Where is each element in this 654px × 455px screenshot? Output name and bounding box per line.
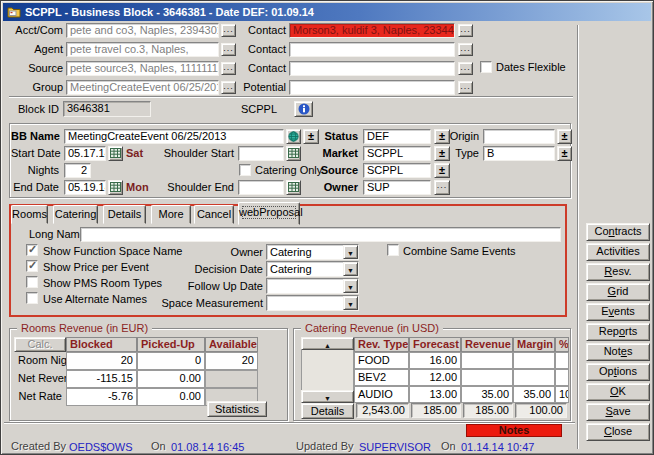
tab-rooms[interactable]: Rooms — [11, 205, 48, 224]
shoulder-start-field[interactable] — [238, 146, 284, 161]
details-button[interactable]: Details — [301, 403, 354, 419]
cat-row-percent — [555, 352, 569, 369]
cat-row-margin — [513, 369, 555, 386]
status-field[interactable]: DEF — [363, 129, 431, 144]
updated-by-label: Updated By — [296, 439, 356, 454]
decision-date-select[interactable]: Catering — [266, 261, 359, 277]
tab-cancel[interactable]: Cancel — [194, 205, 234, 224]
source-field[interactable]: SCPPL — [363, 163, 431, 178]
contact-1-field[interactable]: Morson3, kuldif 3, Naples, 2334445552 — [289, 23, 455, 38]
owner-lookup-button[interactable] — [434, 180, 450, 195]
title-bar[interactable]: SCPPL - Business Block - 3646381 - Date … — [3, 3, 651, 21]
combine-same-events-checkbox[interactable] — [387, 244, 399, 256]
owner-label: Owner — [301, 180, 358, 195]
contact-2-lookup-button[interactable] — [458, 43, 473, 56]
contact-3-field[interactable] — [289, 61, 455, 76]
events-button[interactable]: Events — [586, 303, 650, 321]
room-nights-available: 20 — [205, 352, 258, 370]
catering-scrollbar[interactable] — [301, 337, 354, 403]
ok-button[interactable]: OK — [586, 383, 650, 401]
room-nights-picked-up: 0 — [137, 352, 205, 370]
notes-button[interactable]: Notes — [586, 343, 650, 361]
tab-webproposal[interactable]: webProposal — [238, 202, 300, 225]
source-acct-field[interactable]: pete source3, Naples, 1111111111 — [66, 61, 219, 76]
info-button[interactable] — [294, 101, 313, 117]
rooms-col-picked-up: Picked-Up — [137, 337, 205, 352]
chevron-down-icon[interactable] — [343, 296, 358, 310]
tab-more[interactable]: More — [151, 205, 191, 224]
owner-field[interactable]: SUP — [363, 180, 431, 195]
shoulder-end-field[interactable] — [238, 180, 284, 195]
end-date-calendar-button[interactable] — [108, 180, 123, 195]
window-title: SCPPL - Business Block - 3646381 - Date … — [25, 6, 314, 18]
dates-flexible-checkbox[interactable] — [480, 61, 492, 73]
block-id-label: Block ID — [9, 102, 59, 117]
show-price-per-event-checkbox[interactable] — [26, 260, 38, 272]
start-date-calendar-button[interactable] — [108, 146, 123, 161]
bb-name-field[interactable]: MeetingCreateEvent 06/25/2013 — [64, 129, 284, 144]
contracts-button[interactable]: Contracts — [586, 223, 650, 241]
potential-field[interactable] — [289, 80, 455, 95]
type-field[interactable]: B — [483, 146, 555, 161]
show-function-space-name-checkbox[interactable] — [26, 244, 38, 256]
space-measurement-select[interactable] — [266, 295, 359, 311]
show-pms-room-types-checkbox[interactable] — [26, 276, 38, 288]
chevron-down-icon[interactable] — [343, 262, 358, 276]
chevron-down-icon[interactable] — [343, 245, 358, 259]
statistics-button[interactable]: Statistics — [207, 401, 267, 417]
cat-row-type: BEV2 — [354, 369, 409, 386]
activities-button[interactable]: Activities — [586, 243, 650, 261]
contact-1-lookup-button[interactable] — [458, 24, 473, 37]
total-percent: 100.00 — [515, 403, 567, 418]
group-field[interactable]: MeetingCreateEvent 06/25/2013 — [66, 80, 219, 95]
calc-button[interactable]: Calc. — [14, 337, 66, 352]
use-alternate-names-checkbox[interactable] — [26, 292, 38, 304]
business-block-window: SCPPL - Business Block - 3646381 - Date … — [0, 0, 654, 455]
tab-details[interactable]: Details — [103, 205, 146, 224]
potential-lookup-button[interactable] — [458, 81, 473, 94]
catering-only-checkbox[interactable] — [239, 164, 251, 176]
contact-3-lookup-button[interactable] — [458, 62, 473, 75]
resv-button[interactable]: Resv. — [586, 263, 650, 281]
created-by-label: Created By — [11, 439, 67, 454]
long-name-field[interactable] — [80, 227, 561, 242]
scrollbar-track[interactable] — [301, 350, 354, 390]
resort-label: SCPPL — [241, 102, 277, 117]
wp-owner-select[interactable]: Catering — [266, 244, 359, 260]
arrow-up-icon[interactable] — [301, 337, 354, 350]
potential-label: Potential — [229, 80, 286, 95]
reports-button[interactable]: Reports — [586, 323, 650, 341]
translate-button[interactable] — [286, 129, 301, 144]
close-button[interactable]: Close — [586, 423, 650, 441]
catering-revenue-title: Catering Revenue (in USD) — [301, 322, 443, 334]
tab-catering[interactable]: Catering — [53, 205, 98, 224]
notes-indicator-badge[interactable]: Notes — [466, 424, 562, 437]
cat-row-percent: 100 — [555, 386, 569, 403]
shoulder-end-calendar-button[interactable] — [286, 180, 301, 195]
save-button[interactable]: Save — [586, 403, 650, 421]
source-list-button[interactable] — [434, 163, 450, 178]
origin-list-button[interactable] — [557, 129, 572, 144]
chevron-down-icon[interactable] — [343, 279, 358, 293]
end-date-field[interactable]: 05.19.14 — [64, 180, 106, 195]
cat-col-percent: % — [555, 337, 569, 352]
net-revenue-picked-up: 0.00 — [137, 370, 205, 388]
cat-row-forecast: 16.00 — [409, 352, 461, 369]
arrow-down-icon[interactable] — [301, 390, 354, 403]
market-field[interactable]: SCPPL — [363, 146, 431, 161]
shoulder-start-calendar-button[interactable] — [286, 146, 301, 161]
follow-up-date-select[interactable] — [266, 278, 359, 294]
net-rate-blocked: -5.76 — [66, 388, 137, 406]
options-button[interactable]: Options — [586, 363, 650, 381]
origin-field[interactable] — [483, 129, 555, 144]
grid-button[interactable]: Grid — [586, 283, 650, 301]
type-list-button[interactable] — [557, 146, 572, 161]
agent-field[interactable]: pete travel co.3, Naples, — [66, 42, 219, 57]
cat-row-margin — [513, 352, 555, 369]
created-by-value: OEDS$OWS — [69, 440, 139, 455]
nights-field[interactable]: 2 — [64, 163, 91, 178]
acct-com-field[interactable]: pete and co3, Naples, 2394301212 — [66, 23, 219, 38]
start-date-field[interactable]: 05.17.14 — [64, 146, 106, 161]
updated-by-value: SUPERVISOR — [359, 440, 434, 455]
contact-2-field[interactable] — [289, 42, 455, 57]
